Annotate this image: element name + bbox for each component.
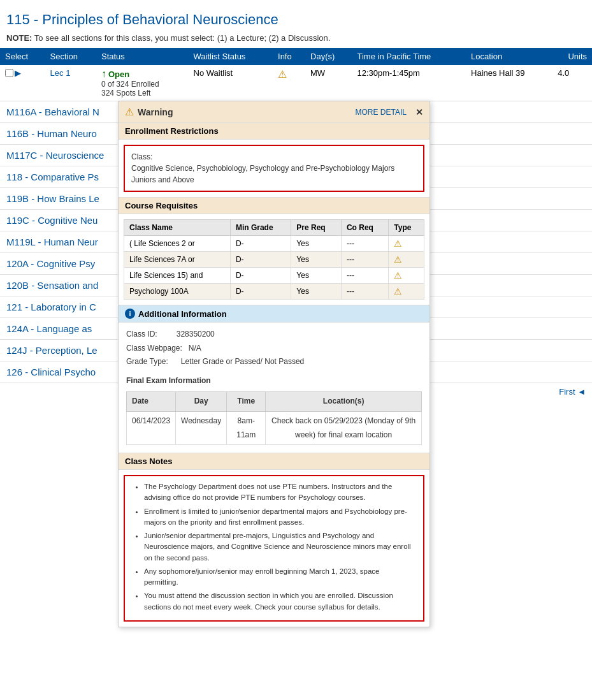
class-note-4: You must attend the discussion section i…: [144, 590, 415, 613]
restriction-line1: Class:: [131, 152, 152, 161]
warning-header: ⚠ Warning MORE DETAIL ✕: [119, 101, 430, 123]
class-note-1: Enrollment is limited to junior/senior d…: [144, 506, 415, 529]
spots-info: 324 Spots Left: [101, 89, 184, 98]
select-cell: ▶: [0, 65, 45, 101]
req-coreq-1: ---: [341, 252, 388, 268]
req-mingrade-1: D-: [230, 252, 291, 268]
class-note-0: The Psychology Department does not use P…: [144, 481, 415, 504]
col-info: Info: [273, 48, 305, 65]
class-webpage-value: N/A: [189, 344, 201, 353]
req-prereq-0: Yes: [291, 236, 342, 252]
req-type-3: ⚠: [389, 284, 424, 300]
info-warning-icon[interactable]: ⚠: [278, 69, 287, 80]
req-coreq-2: ---: [341, 268, 388, 284]
info-circle-icon: i: [125, 309, 135, 319]
exam-location: Check back on 05/29/2023 (Monday of 9th …: [266, 411, 422, 444]
warning-triangle-icon: ⚠: [125, 106, 134, 118]
req-prereq-1: Yes: [291, 252, 342, 268]
req-classname-1: Life Sciences 7A or: [124, 252, 231, 268]
course-requisites-header: Course Requisites: [119, 197, 430, 214]
col-section: Section: [45, 48, 96, 65]
req-col-prereq: Pre Req: [291, 220, 342, 236]
req-type-icon-3: ⚠: [394, 286, 402, 296]
exam-date: 06/14/2023: [127, 411, 176, 444]
lec-link[interactable]: Lec 1: [50, 68, 71, 78]
grade-type-label: Grade Type:: [126, 357, 168, 366]
days-cell: MW: [305, 65, 352, 101]
detail-popup: ⚠ Warning MORE DETAIL ✕ Enrollment Restr…: [118, 101, 430, 627]
time-cell: 12:30pm-1:45pm: [352, 65, 466, 101]
class-id-value: 328350200: [177, 330, 215, 339]
warning-left: ⚠ Warning: [125, 106, 173, 118]
req-coreq-3: ---: [341, 284, 388, 300]
req-classname-0: ( Life Sciences 2 or: [124, 236, 231, 252]
col-status: Status: [96, 48, 189, 65]
req-col-mingrade: Min Grade: [230, 220, 291, 236]
col-units: Units: [552, 48, 592, 65]
grade-type-value: Letter Grade or Passed/ Not Passed: [181, 357, 304, 366]
restriction-line2: Cognitive Science, Psychobiology, Psycho…: [131, 164, 394, 173]
req-mingrade-3: D-: [230, 284, 291, 300]
sections-table: Select Section Status Waitlist Status In…: [0, 48, 592, 101]
exam-col-day: Day: [176, 392, 227, 412]
lec-row: ▶ Lec 1 ↑ Open 0 of 324 Enrolled 324 Spo…: [0, 65, 592, 101]
additional-info-title: Additional Information: [138, 309, 227, 319]
req-coreq-0: ---: [341, 236, 388, 252]
final-exam-table: Date Day Time Location(s) 06/14/2023 Wed…: [126, 391, 422, 445]
col-location: Location: [466, 48, 552, 65]
note-text: To see all sections for this class, you …: [34, 33, 331, 43]
req-row-2: Life Sciences 15) and D- Yes --- ⚠: [124, 268, 424, 284]
exam-col-time: Time: [227, 392, 266, 412]
units-cell: 4.0: [552, 65, 592, 101]
close-button[interactable]: ✕: [415, 107, 423, 117]
req-classname-3: Psychology 100A: [124, 284, 231, 300]
req-type-2: ⚠: [389, 268, 424, 284]
exam-col-location: Location(s): [266, 392, 422, 412]
location-cell: Haines Hall 39: [466, 65, 552, 101]
warning-right: MORE DETAIL ✕: [356, 107, 423, 117]
col-waitlist: Waitlist Status: [189, 48, 273, 65]
class-notes-header: Class Notes: [119, 453, 430, 470]
waitlist-cell: No Waitlist: [189, 65, 273, 101]
col-days: Day(s): [305, 48, 352, 65]
exam-day: Wednesday: [176, 411, 227, 444]
class-notes-box: The Psychology Department does not use P…: [124, 475, 424, 622]
expand-arrow[interactable]: ▶: [15, 68, 21, 78]
additional-info-header: i Additional Information: [119, 305, 430, 323]
first-label[interactable]: First: [559, 387, 575, 397]
status-cell: ↑ Open 0 of 324 Enrolled 324 Spots Left: [96, 65, 189, 101]
req-type-icon-0: ⚠: [394, 238, 402, 249]
additional-info-content: Class ID: 328350200 Class Webpage: N/A G…: [119, 323, 430, 450]
req-col-type: Type: [389, 220, 424, 236]
restriction-box: Class: Cognitive Science, Psychobiology,…: [124, 145, 424, 192]
info-cell: ⚠: [273, 65, 305, 101]
req-col-coreq: Co Req: [341, 220, 388, 236]
req-row-1: Life Sciences 7A or D- Yes --- ⚠: [124, 252, 424, 268]
note-prefix: NOTE:: [6, 33, 32, 43]
class-id-row: Class ID: 328350200: [126, 328, 422, 342]
exam-time: 8am-11am: [227, 411, 266, 444]
req-type-icon-2: ⚠: [394, 270, 402, 281]
course-title: 115 - Principles of Behavioral Neuroscie…: [0, 6, 592, 31]
more-detail-link[interactable]: MORE DETAIL: [356, 108, 407, 117]
req-classname-2: Life Sciences 15) and: [124, 268, 231, 284]
req-type-0: ⚠: [389, 236, 424, 252]
final-exam-title: Final Exam Information: [126, 374, 422, 388]
lec-checkbox[interactable]: [5, 69, 13, 77]
req-row-0: ( Life Sciences 2 or D- Yes --- ⚠: [124, 236, 424, 252]
class-webpage-label: Class Webpage:: [126, 344, 182, 353]
grade-type-row: Grade Type: Letter Grade or Passed/ Not …: [126, 355, 422, 369]
warning-title: Warning: [138, 107, 173, 117]
col-time: Time in Pacific Time: [352, 48, 466, 65]
section-cell: Lec 1: [45, 65, 96, 101]
first-arrow-icon: ◄: [577, 387, 586, 397]
req-prereq-2: Yes: [291, 268, 342, 284]
req-type-1: ⚠: [389, 252, 424, 268]
status-label: Open: [108, 69, 129, 79]
restriction-line3: Juniors and Above: [131, 175, 194, 184]
req-col-classname: Class Name: [124, 220, 231, 236]
class-id-label: Class ID:: [126, 330, 157, 339]
requisites-table: Class Name Min Grade Pre Req Co Req Type…: [124, 219, 424, 300]
class-note-3: Any sophomore/junior/senior may enroll b…: [144, 566, 415, 588]
req-mingrade-0: D-: [230, 236, 291, 252]
